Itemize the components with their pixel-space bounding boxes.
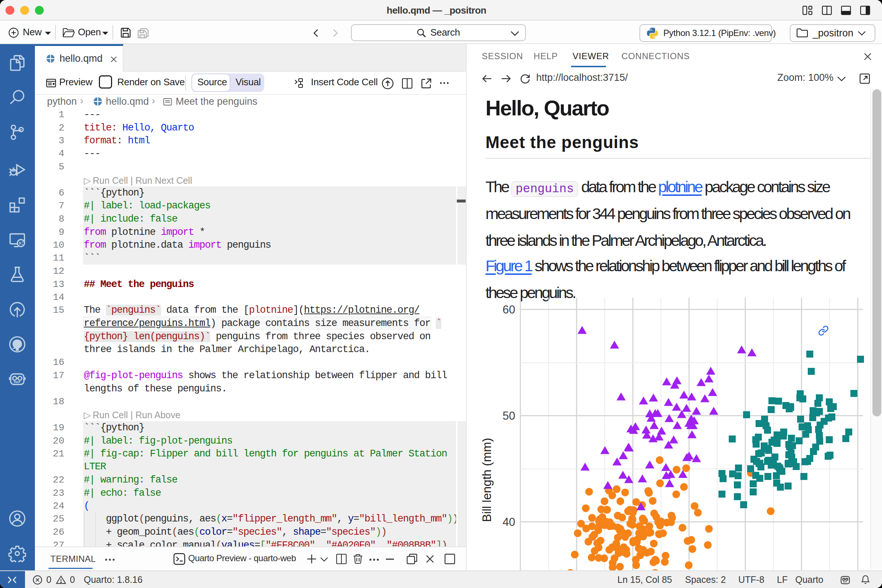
svg-text:Bill length (mm): Bill length (mm) — [480, 438, 494, 522]
svg-text:50: 50 — [503, 410, 515, 422]
svg-text:40: 40 — [503, 516, 515, 528]
svg-text:60: 60 — [503, 303, 515, 316]
